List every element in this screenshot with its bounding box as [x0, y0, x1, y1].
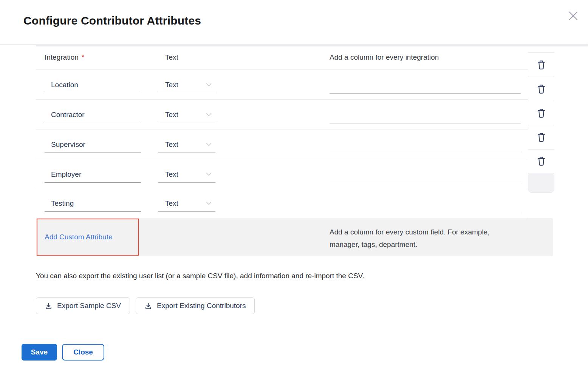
add-custom-attribute-row: Add Custom Attribute Add a column for ev…: [36, 218, 553, 256]
attribute-name-input[interactable]: Employer: [45, 166, 141, 183]
attribute-description-label: Add a column for every integration: [330, 53, 439, 62]
chevron-down-icon: [206, 143, 212, 146]
attribute-description-input[interactable]: [330, 137, 521, 153]
attribute-description-input[interactable]: [330, 166, 521, 183]
add-custom-attribute-link[interactable]: Add Custom Attribute: [45, 233, 113, 241]
export-existing-contributors-label: Export Existing Contributors: [157, 302, 246, 310]
attribute-name-input[interactable]: Contractor: [45, 106, 141, 123]
close-dialog-button[interactable]: [566, 8, 581, 23]
chevron-down-icon: [206, 173, 212, 176]
empty-cell: [528, 173, 554, 193]
delete-attribute-button[interactable]: [528, 149, 554, 173]
save-button[interactable]: Save: [22, 344, 57, 361]
chevron-down-icon: [206, 113, 212, 116]
delete-column-spacer: [528, 44, 554, 53]
trash-icon: [537, 60, 546, 70]
close-icon: [568, 11, 579, 21]
export-note: You can also export the existing user li…: [36, 272, 364, 280]
export-sample-csv-label: Export Sample CSV: [57, 302, 121, 310]
attribute-name-value: Location: [51, 81, 78, 89]
attribute-type-value: Text: [165, 111, 178, 119]
table-row-location: Location Text: [36, 70, 528, 100]
close-button[interactable]: Close: [62, 344, 104, 361]
attribute-name-value: Integration: [45, 53, 79, 61]
configure-contributor-attributes-dialog: Configure Contributor Attributes Integra…: [0, 0, 588, 376]
attribute-type-select[interactable]: Text: [158, 77, 215, 93]
custom-attribute-description: Add a column for every custom field. For…: [330, 226, 489, 251]
trash-icon: [537, 84, 546, 94]
delete-attribute-button[interactable]: [528, 77, 554, 101]
delete-attribute-button[interactable]: [528, 125, 554, 149]
attribute-type-value: Text: [165, 140, 178, 149]
download-icon: [45, 302, 52, 310]
export-existing-contributors-button[interactable]: Export Existing Contributors: [136, 297, 255, 314]
chevron-down-icon: [206, 83, 212, 86]
page-title: Configure Contributor Attributes: [23, 14, 201, 27]
attribute-name-value: Testing: [51, 199, 74, 208]
attribute-name-input[interactable]: Supervisor: [45, 136, 141, 153]
attribute-name-value: Employer: [51, 170, 81, 179]
table-row-employer: Employer Text: [36, 159, 528, 189]
attribute-type-select[interactable]: Text: [158, 136, 215, 153]
trash-icon: [537, 156, 546, 166]
table-row-integration: Integration* Text Add a column for every…: [36, 45, 528, 70]
attribute-name-input[interactable]: Location: [45, 77, 141, 93]
download-icon: [145, 302, 152, 310]
attribute-description-input[interactable]: [330, 196, 521, 212]
trash-icon: [537, 133, 546, 142]
required-asterisk: *: [82, 53, 84, 61]
trash-icon: [537, 108, 546, 118]
attribute-description-input[interactable]: [330, 107, 521, 123]
delete-buttons-column: [528, 44, 554, 193]
attribute-type-label: Text: [165, 53, 178, 62]
attribute-name-value: Supervisor: [51, 140, 85, 149]
attribute-name-value: Contractor: [51, 111, 85, 119]
export-sample-csv-button[interactable]: Export Sample CSV: [36, 297, 130, 314]
delete-attribute-button[interactable]: [528, 53, 554, 77]
attribute-type-value: Text: [165, 199, 178, 208]
attribute-type-select[interactable]: Text: [158, 106, 215, 123]
custom-attribute-description-line2: manager, tags, department.: [330, 238, 489, 251]
table-row-contractor: Contractor Text: [36, 100, 528, 129]
custom-attribute-description-line1: Add a column for every custom field. For…: [330, 226, 489, 238]
table-row-testing: Testing Text: [36, 189, 528, 218]
attribute-name-label: Integration*: [45, 53, 84, 62]
table-row-supervisor: Supervisor Text: [36, 129, 528, 159]
attribute-type-select[interactable]: Text: [158, 195, 215, 212]
delete-attribute-button[interactable]: [528, 101, 554, 125]
export-buttons-row: Export Sample CSV Export Existing Contri…: [36, 297, 255, 314]
attribute-description-input[interactable]: [330, 77, 521, 94]
attribute-type-value: Text: [165, 81, 178, 89]
attribute-name-input[interactable]: Testing: [45, 195, 141, 212]
attribute-type-value: Text: [165, 170, 178, 179]
attribute-type-select[interactable]: Text: [158, 166, 215, 183]
attributes-table: Integration* Text Add a column for every…: [36, 45, 528, 218]
chevron-down-icon: [206, 202, 212, 205]
